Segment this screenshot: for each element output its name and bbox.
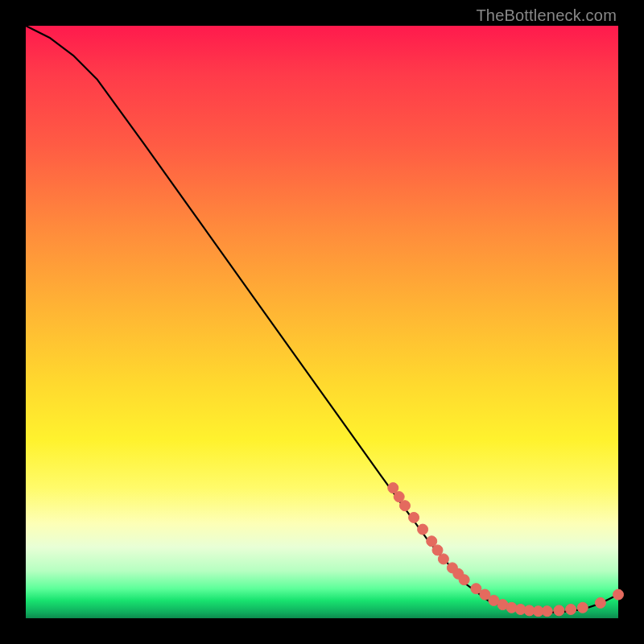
data-point <box>595 597 605 608</box>
data-point <box>577 602 588 613</box>
data-point <box>554 605 564 616</box>
data-point <box>471 584 481 594</box>
data-point <box>542 606 552 617</box>
data-point <box>418 524 428 535</box>
data-point <box>388 483 398 493</box>
data-point <box>480 589 490 600</box>
data-point <box>394 492 404 502</box>
chart-svg <box>26 26 618 618</box>
data-point <box>427 536 437 547</box>
data-point <box>400 501 411 511</box>
data-point <box>438 554 448 564</box>
data-point <box>459 575 469 585</box>
data-point <box>409 512 419 522</box>
data-point <box>613 589 624 600</box>
watermark-text: TheBottleneck.com <box>476 6 617 25</box>
bottleneck-curve-line <box>26 26 618 613</box>
chart-frame: TheBottleneck.com <box>0 0 644 644</box>
data-point <box>432 545 443 555</box>
plot-area <box>26 26 618 618</box>
data-point <box>566 605 576 615</box>
marker-layer <box>388 483 624 617</box>
